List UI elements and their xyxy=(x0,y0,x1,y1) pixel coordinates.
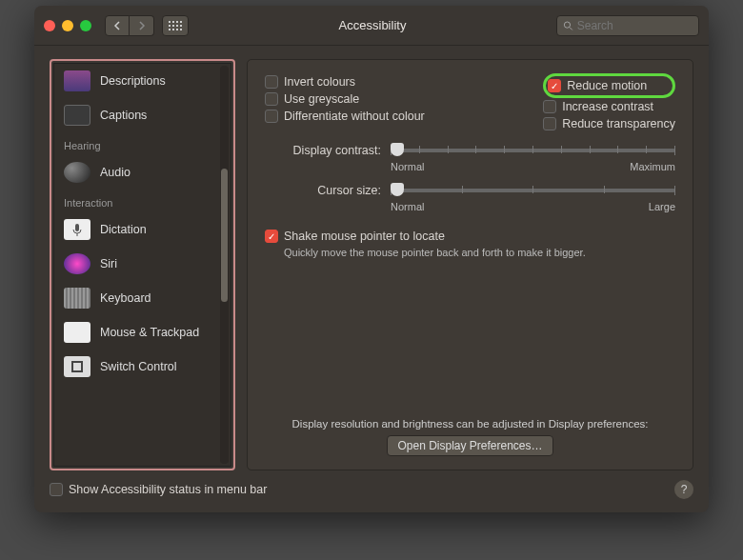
forward-button[interactable] xyxy=(130,15,154,36)
svg-rect-1 xyxy=(172,21,174,23)
svg-rect-4 xyxy=(169,25,171,27)
sidebar-highlight: Descriptions Captions Hearing Audio Inte… xyxy=(50,59,235,470)
svg-rect-9 xyxy=(172,29,174,30)
titlebar: Accessibility xyxy=(34,6,709,46)
sidebar-item-label: Switch Control xyxy=(100,360,177,373)
svg-rect-11 xyxy=(180,29,182,30)
cursor-size-label: Cursor size: xyxy=(265,184,381,197)
checkbox-icon xyxy=(265,110,278,123)
display-pref-text: Display resolution and brightness can be… xyxy=(265,418,675,430)
sidebar-category-hearing: Hearing xyxy=(54,132,231,155)
shake-pointer-checkbox[interactable]: ✓Shake mouse pointer to locate xyxy=(265,228,675,245)
cursor-size-slider[interactable] xyxy=(391,189,675,192)
search-icon xyxy=(563,20,573,31)
svg-rect-8 xyxy=(169,29,171,30)
keyboard-icon xyxy=(64,288,90,309)
sidebar-item-label: Dictation xyxy=(100,223,147,236)
sidebar-item-audio[interactable]: Audio xyxy=(54,155,231,190)
show-all-button[interactable] xyxy=(162,15,189,36)
dictation-icon xyxy=(64,219,90,240)
close-button[interactable] xyxy=(44,20,55,31)
sidebar-item-mouse-trackpad[interactable]: Mouse & Trackpad xyxy=(54,315,231,350)
display-contrast-label: Display contrast: xyxy=(265,144,381,157)
sidebar-item-label: Keyboard xyxy=(100,291,151,305)
help-button[interactable]: ? xyxy=(674,480,693,499)
sidebar-item-descriptions[interactable]: Descriptions xyxy=(54,64,231,98)
category-sidebar[interactable]: Descriptions Captions Hearing Audio Inte… xyxy=(53,63,231,467)
detail-pane: Invert colours Use greyscale Differentia… xyxy=(247,59,693,470)
sidebar-item-label: Mouse & Trackpad xyxy=(100,326,199,339)
sidebar-item-dictation[interactable]: Dictation xyxy=(54,212,231,247)
sidebar-item-label: Audio xyxy=(100,166,131,179)
sidebar-item-keyboard[interactable]: Keyboard xyxy=(54,281,231,315)
reduce-motion-highlight: ✓Reduce motion xyxy=(543,73,675,98)
open-display-preferences-button[interactable]: Open Display Preferences… xyxy=(387,435,552,456)
display-contrast-row: Display contrast: xyxy=(265,144,675,157)
mouse-trackpad-icon xyxy=(64,322,90,343)
sidebar-scrollthumb[interactable] xyxy=(221,169,228,302)
checkbox-label: Reduce transparency xyxy=(562,117,675,130)
sidebar-item-switch-control[interactable]: Switch Control xyxy=(54,350,231,384)
descriptions-icon xyxy=(64,70,90,91)
checkbox-label: Increase contrast xyxy=(562,100,653,113)
svg-rect-14 xyxy=(75,224,79,231)
checkbox-icon: ✓ xyxy=(265,230,278,243)
zoom-button[interactable] xyxy=(80,20,91,31)
checkbox-icon xyxy=(543,100,556,113)
svg-rect-0 xyxy=(169,21,171,23)
display-contrast-slider[interactable] xyxy=(391,149,675,152)
window-title: Accessibility xyxy=(196,18,549,32)
checkbox-icon xyxy=(265,75,278,89)
checkbox-label: Invert colours xyxy=(284,75,355,89)
checkbox-label: Shake mouse pointer to locate xyxy=(284,230,445,243)
checkbox-icon xyxy=(543,117,556,130)
search-field[interactable] xyxy=(556,15,699,36)
cursor-size-row: Cursor size: xyxy=(265,184,675,197)
sidebar-item-label: Descriptions xyxy=(100,74,166,88)
checkbox-label: Differentiate without colour xyxy=(284,110,425,123)
checkbox-icon xyxy=(50,483,63,496)
sidebar-item-label: Siri xyxy=(100,257,117,270)
nav-buttons xyxy=(105,15,154,36)
main-row: Descriptions Captions Hearing Audio Inte… xyxy=(50,59,693,470)
sidebar-category-interaction: Interaction xyxy=(54,190,231,212)
cursor-legend: NormalLarge xyxy=(391,201,675,212)
display-pref-section: Display resolution and brightness can be… xyxy=(265,418,675,456)
invert-colours-checkbox[interactable]: Invert colours xyxy=(265,73,543,90)
siri-icon xyxy=(64,253,90,274)
use-greyscale-checkbox[interactable]: Use greyscale xyxy=(265,90,543,108)
traffic-lights xyxy=(44,20,91,31)
slider-knob[interactable] xyxy=(391,143,404,156)
switch-control-icon xyxy=(64,356,90,377)
minimize-button[interactable] xyxy=(62,20,73,31)
increase-contrast-checkbox[interactable]: Increase contrast xyxy=(543,98,675,115)
audio-icon xyxy=(64,162,90,183)
svg-rect-7 xyxy=(180,25,182,27)
reduce-transparency-checkbox[interactable]: Reduce transparency xyxy=(543,115,675,132)
content-area: Descriptions Captions Hearing Audio Inte… xyxy=(34,46,709,512)
captions-icon xyxy=(64,105,90,126)
checkbox-label: Reduce motion xyxy=(567,79,647,92)
checkbox-label: Use greyscale xyxy=(284,92,359,106)
accessibility-window: Accessibility Descriptions Captions Hear… xyxy=(34,6,709,512)
back-button[interactable] xyxy=(105,15,130,36)
search-input[interactable] xyxy=(577,19,693,32)
contrast-legend: NormalMaximum xyxy=(391,161,675,172)
shake-section: ✓Shake mouse pointer to locate Quickly m… xyxy=(265,228,675,258)
shake-description: Quickly move the mouse pointer back and … xyxy=(284,247,675,258)
svg-rect-3 xyxy=(180,21,182,23)
sidebar-item-captions[interactable]: Captions xyxy=(54,98,231,132)
checkbox-icon xyxy=(265,92,278,106)
svg-rect-5 xyxy=(172,25,174,27)
svg-rect-6 xyxy=(176,25,178,27)
checkbox-label: Show Accessibility status in menu bar xyxy=(69,483,267,496)
reduce-motion-checkbox[interactable]: ✓Reduce motion xyxy=(548,77,647,94)
show-status-checkbox[interactable]: Show Accessibility status in menu bar xyxy=(50,481,267,498)
help-icon: ? xyxy=(681,483,688,496)
grid-icon xyxy=(169,21,182,30)
differentiate-colour-checkbox[interactable]: Differentiate without colour xyxy=(265,108,543,125)
slider-knob[interactable] xyxy=(391,183,404,196)
svg-point-12 xyxy=(564,21,570,27)
svg-rect-2 xyxy=(176,21,178,23)
sidebar-item-siri[interactable]: Siri xyxy=(54,247,231,281)
